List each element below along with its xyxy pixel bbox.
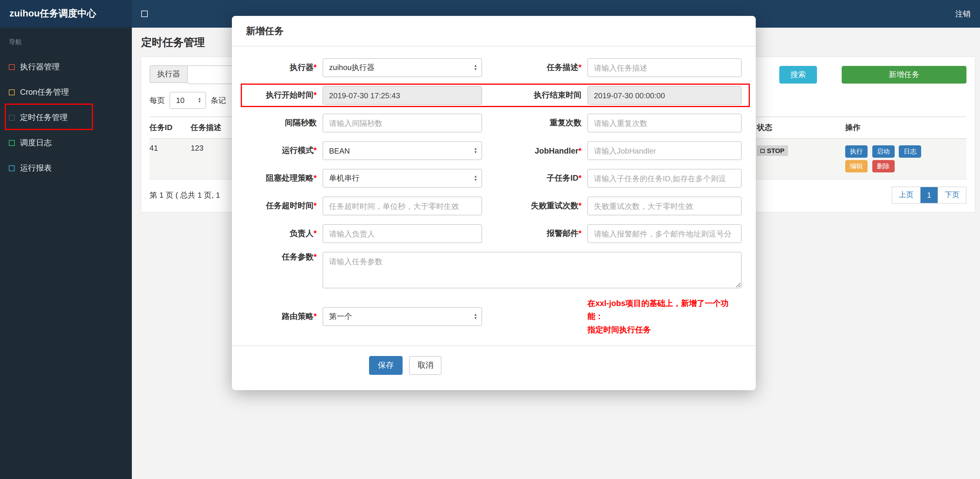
pagination-prev-button[interactable]: 上页 — [892, 186, 921, 204]
start-time-input[interactable] — [323, 86, 482, 105]
required-mark: * — [313, 146, 317, 155]
interval-input[interactable] — [323, 114, 482, 132]
required-mark: * — [313, 253, 317, 261]
pagination-next-button[interactable]: 下页 — [938, 186, 966, 204]
status-badge-label: STOP — [767, 147, 784, 154]
feature-note-line1: 在xxl-jobs项目的基础上，新增了一个功能： — [587, 297, 741, 323]
block-strategy-label: 阻塞处理策略* — [246, 173, 323, 184]
select-arrows-icon: ▲▼ — [474, 313, 477, 320]
form-row: 任务超时时间* 失败重试次数* — [246, 197, 741, 215]
op-edit-button[interactable]: 编辑 — [845, 160, 867, 172]
sidebar-item-executor-manage[interactable]: 执行器管理 — [0, 54, 132, 80]
form-row-time: 执行开始时间* 执行结束时间 — [246, 86, 741, 105]
alarm-email-label: 报警邮件* — [494, 228, 587, 239]
select-arrows-icon: ▲▼ — [474, 64, 477, 71]
search-button[interactable]: 搜索 — [779, 66, 817, 84]
pagination-page-1-button[interactable]: 1 — [920, 186, 938, 204]
square-icon — [9, 115, 15, 120]
route-strategy-select[interactable]: 第一个 ▲▼ — [323, 307, 482, 326]
end-time-input[interactable] — [587, 86, 741, 105]
per-page-prefix: 每页 — [150, 95, 165, 106]
select-arrows-icon: ▲▼ — [474, 147, 477, 154]
block-strategy-select[interactable]: 单机串行 ▲▼ — [323, 169, 482, 188]
sidebar-toggle-icon[interactable] — [141, 11, 148, 17]
logout-link[interactable]: 注销 — [955, 8, 970, 19]
job-desc-input[interactable] — [587, 58, 741, 77]
job-param-textarea[interactable] — [323, 252, 741, 288]
cancel-button[interactable]: 取消 — [409, 356, 442, 375]
repeat-input[interactable] — [587, 114, 741, 132]
sidebar-item-timed-jobs[interactable]: 定时任务管理 — [0, 105, 132, 130]
square-icon — [9, 140, 15, 146]
route-strategy-select-value: 第一个 — [329, 312, 352, 322]
header-operations: 操作 — [845, 117, 966, 138]
per-page-select[interactable]: 10 ▲▼ — [170, 92, 206, 109]
timeout-input[interactable] — [323, 197, 482, 215]
sidebar: 导航 执行器管理 Cron任务管理 定时任务管理 调度日志 运行报表 — [0, 28, 132, 479]
required-mark: * — [578, 63, 582, 72]
executor-select-value: zuihou执行器 — [329, 62, 375, 73]
required-mark: * — [313, 173, 317, 182]
owner-label: 负责人* — [246, 228, 323, 239]
run-mode-select[interactable]: BEAN ▲▼ — [323, 141, 482, 160]
sidebar-item-run-report[interactable]: 运行报表 — [0, 155, 132, 181]
square-icon — [9, 64, 15, 70]
cell-job-id: 41 — [150, 139, 191, 179]
required-mark: * — [313, 229, 317, 238]
select-arrows-icon: ▲▼ — [198, 97, 201, 103]
end-time-label: 执行结束时间 — [494, 90, 587, 100]
child-job-label: 子任务ID* — [494, 173, 587, 184]
job-handler-label: JobHandler* — [494, 146, 587, 155]
save-button[interactable]: 保存 — [369, 356, 402, 375]
add-job-modal: 新增任务 执行器* zuihou执行器 ▲▼ 任务描述* — [232, 16, 756, 390]
op-log-button[interactable]: 日志 — [899, 145, 921, 158]
app: zuihou任务调度中心 注销 导航 执行器管理 Cron任务管理 定时任务管理… — [0, 0, 980, 479]
job-handler-input[interactable] — [587, 141, 741, 160]
required-mark: * — [578, 229, 582, 238]
form-row: 路由策略* 第一个 ▲▼ 在xxl-jobs项目的基础上，新增了一个功能： 指定… — [246, 297, 741, 337]
executor-filter-label: 执行器 — [150, 65, 187, 83]
op-start-button[interactable]: 启动 — [872, 145, 894, 158]
stop-square-icon — [760, 149, 765, 153]
sidebar-nav-label: 导航 — [0, 28, 132, 52]
per-page-value: 10 — [176, 96, 185, 105]
square-icon — [9, 89, 15, 95]
form-row: 间隔秒数 重复次数 — [246, 114, 741, 132]
feature-note-line2: 指定时间执行任务 — [587, 323, 741, 337]
alarm-email-input[interactable] — [587, 224, 741, 243]
select-arrows-icon: ▲▼ — [474, 175, 477, 181]
add-job-button[interactable]: 新增任务 — [842, 66, 966, 84]
op-delete-button[interactable]: 删除 — [872, 160, 894, 172]
fail-retry-input[interactable] — [587, 197, 741, 215]
repeat-label: 重复次数 — [494, 118, 587, 128]
form-row: 负责人* 报警邮件* — [246, 224, 741, 243]
pagination-summary: 第 1 页 ( 总共 1 页, 1 — [150, 190, 220, 201]
form-row: 执行器* zuihou执行器 ▲▼ 任务描述* — [246, 58, 741, 77]
sidebar-menu: 执行器管理 Cron任务管理 定时任务管理 调度日志 运行报表 — [0, 54, 132, 181]
executor-select[interactable]: zuihou执行器 ▲▼ — [323, 58, 482, 77]
child-job-input[interactable] — [587, 169, 741, 188]
sidebar-item-cron-jobs[interactable]: Cron任务管理 — [0, 80, 132, 105]
header-job-id: 任务ID — [150, 117, 191, 138]
required-mark: * — [578, 173, 582, 182]
per-page-suffix: 条记 — [211, 95, 226, 106]
sidebar-item-label: 执行器管理 — [20, 62, 60, 72]
op-run-button[interactable]: 执行 — [845, 145, 867, 158]
form-row: 运行模式* BEAN ▲▼ JobHandler* — [246, 141, 741, 160]
required-mark: * — [578, 201, 582, 210]
block-strategy-select-value: 单机串行 — [329, 173, 360, 184]
status-badge: STOP — [757, 145, 788, 156]
executor-label: 执行器* — [246, 62, 323, 73]
form-row: 阻塞处理策略* 单机串行 ▲▼ 子任务ID* — [246, 169, 741, 188]
sidebar-item-schedule-logs[interactable]: 调度日志 — [0, 130, 132, 155]
interval-label: 间隔秒数 — [246, 118, 323, 128]
pagination-group: 上页 1 下页 — [892, 186, 966, 204]
cell-status: STOP — [757, 139, 845, 179]
required-mark: * — [313, 201, 317, 210]
owner-input[interactable] — [323, 224, 482, 243]
required-mark: * — [313, 91, 317, 99]
modal-body: 执行器* zuihou执行器 ▲▼ 任务描述* 执行 — [232, 46, 756, 337]
run-mode-label: 运行模式* — [246, 145, 323, 156]
modal-footer: 保存 取消 — [232, 345, 756, 377]
sidebar-item-label: Cron任务管理 — [20, 87, 69, 97]
